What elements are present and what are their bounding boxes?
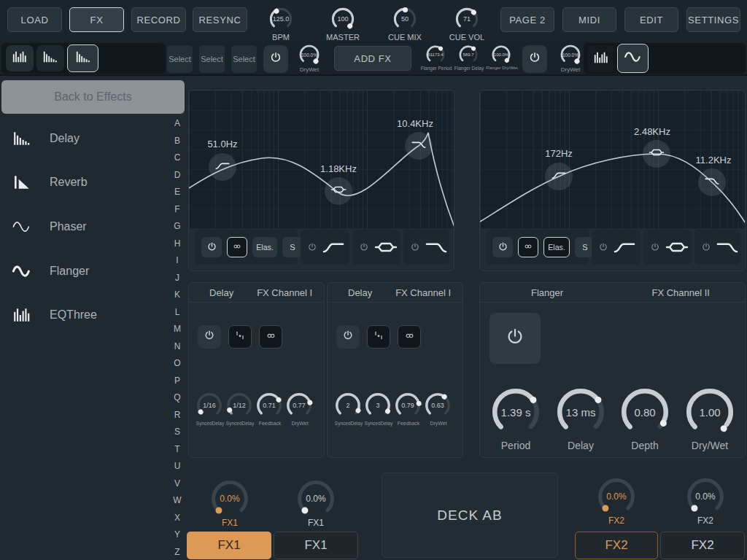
eq-display-left[interactable]: 51.0Hz 1.18KHz 10.4KHz Elas. S (188, 90, 454, 271)
alpha-letter[interactable]: L (175, 307, 180, 317)
power-icon[interactable] (307, 242, 317, 252)
alpha-letter[interactable]: E (174, 187, 180, 197)
synceddelay-knob-1[interactable]: 2 (334, 392, 362, 419)
fx-power-button-right[interactable] (522, 45, 547, 73)
eq-node-band[interactable] (643, 140, 670, 168)
eq-node-highshelf[interactable] (405, 132, 433, 160)
alpha-letter[interactable]: J (175, 273, 179, 283)
eq-elastic-button[interactable]: Elas. (252, 237, 277, 257)
resync-button[interactable]: RESYNC (193, 7, 247, 32)
fx-power-button-left[interactable] (263, 45, 288, 73)
cue-mix-knob[interactable]: 50 (392, 7, 417, 31)
sidebar-item-eqthree[interactable]: EQThree (12, 304, 97, 326)
eq-solo-button[interactable]: S (282, 237, 303, 257)
synceddelay-knob-2[interactable]: 3 (364, 392, 392, 419)
flanger-drywet-mini-knob[interactable]: 100.0% (491, 44, 511, 65)
alpha-letter[interactable]: T (174, 444, 179, 454)
sidebar-item-reverb[interactable]: Reverb (12, 171, 88, 193)
fx2-amount-knob-b[interactable]: 0.0% (685, 476, 726, 517)
fx1-amount-knob-a[interactable]: 0.0% (209, 478, 250, 519)
fx2-amount-knob-a[interactable]: 0.0% (596, 476, 637, 517)
alphabet-index[interactable]: ABCDEFGHIJKLMNOPQRSTUVWXYZ (169, 118, 185, 557)
load-button[interactable]: LOAD (7, 7, 62, 32)
alpha-letter[interactable]: K (174, 289, 180, 300)
fx-slot-delay-selected-button[interactable] (67, 44, 98, 72)
fx-button[interactable]: FX (69, 7, 124, 32)
feedback-knob[interactable]: 0.71 (255, 392, 283, 419)
add-fx-button[interactable]: ADD FX (334, 46, 411, 71)
sidebar-item-delay[interactable]: Delay (12, 128, 80, 149)
eq-power-button[interactable] (201, 237, 222, 257)
drywet-knob[interactable]: 0.77 (285, 392, 313, 419)
unit-power-button[interactable] (336, 325, 360, 349)
flanger-depth-knob[interactable]: 0.80 (619, 386, 671, 438)
band-filter-icon[interactable] (374, 240, 398, 254)
fx1-assign-button-a[interactable]: FX1 (187, 532, 271, 559)
fx-slot-eqthree-button[interactable] (6, 45, 34, 71)
alpha-letter[interactable]: S (174, 427, 180, 437)
page2-button[interactable]: PAGE 2 (500, 7, 554, 32)
fx2-assign-button-a[interactable]: FX2 (575, 532, 658, 559)
back-to-effects-button[interactable]: Back to Effects (1, 80, 185, 114)
bpm-knob[interactable]: 125.0 (268, 7, 293, 31)
flanger-period-knob[interactable]: 1.39 s (489, 386, 542, 438)
eq-node-band[interactable] (325, 177, 352, 205)
highshelf-filter-icon[interactable] (425, 241, 447, 254)
eq-node-highshelf[interactable] (698, 168, 726, 196)
flanger-drywet-knob[interactable]: 1.00 (684, 386, 736, 438)
alpha-letter[interactable]: R (174, 410, 181, 420)
flanger-delay-knob[interactable]: 13 ms (554, 386, 607, 438)
power-icon[interactable] (650, 242, 660, 252)
flanger-period-mini-knob[interactable]: 61173.4 (425, 44, 446, 65)
alpha-letter[interactable]: V (174, 478, 180, 489)
feedback-knob[interactable]: 0.79 (394, 392, 422, 419)
sync-link-button[interactable] (398, 325, 421, 349)
eq-node-lowshelf[interactable] (209, 153, 236, 181)
alpha-letter[interactable]: H (174, 238, 181, 249)
settings-button[interactable]: SETTINGS (686, 7, 740, 32)
synceddelay-knob-2[interactable]: 1/12 (225, 392, 253, 419)
alpha-letter[interactable]: P (174, 376, 180, 386)
alpha-letter[interactable]: I (176, 255, 178, 265)
lowshelf-filter-icon[interactable] (614, 241, 635, 254)
eq-elastic-button[interactable]: Elas. (543, 237, 570, 257)
alpha-letter[interactable]: O (174, 358, 180, 368)
sidebar-item-phaser[interactable]: Phaser (12, 216, 87, 238)
fx2-assign-button-b[interactable]: FX2 (660, 532, 745, 559)
synceddelay-knob-1[interactable]: 1/16 (196, 392, 223, 419)
drywet-knob-left[interactable]: 100.0% (298, 44, 320, 66)
alpha-letter[interactable]: M (174, 324, 181, 334)
fx1-amount-knob-b[interactable]: 0.0% (295, 478, 336, 519)
drywet-knob-right[interactable]: 100.0% (560, 44, 581, 66)
power-icon[interactable] (701, 242, 711, 252)
alpha-letter[interactable]: Z (174, 547, 179, 557)
fx-slot-delay-button[interactable] (36, 45, 64, 71)
alpha-letter[interactable]: Y (174, 529, 180, 540)
sync-link-button[interactable] (259, 325, 282, 349)
eq-link-button[interactable] (227, 237, 247, 257)
eq-power-button[interactable] (492, 237, 513, 257)
eq-display-right[interactable]: 172Hz 2.48KHz 11.2KHz Elas. S (479, 90, 746, 271)
power-icon[interactable] (598, 242, 608, 252)
flanger-delay-mini-knob[interactable]: 589.7 (458, 44, 479, 65)
alpha-letter[interactable]: B (174, 136, 180, 146)
lowshelf-filter-icon[interactable] (322, 241, 344, 254)
power-icon[interactable] (410, 242, 420, 252)
band-filter-icon[interactable] (665, 240, 689, 254)
alpha-letter[interactable]: W (173, 495, 181, 505)
alpha-letter[interactable]: D (174, 170, 181, 180)
fx1-assign-button-b[interactable]: FX1 (274, 532, 358, 559)
fx-slot2-eqthree-button[interactable] (587, 45, 614, 72)
deck-ab-button[interactable]: DECK AB (382, 472, 558, 558)
eq-link-button[interactable] (518, 237, 538, 257)
tap-tempo-button[interactable] (228, 325, 252, 349)
select-button-1[interactable]: Select (167, 45, 193, 73)
unit-power-button[interactable] (198, 325, 221, 349)
select-button-3[interactable]: Select (231, 45, 257, 73)
select-button-2[interactable]: Select (199, 45, 225, 73)
alpha-letter[interactable]: X (174, 513, 180, 523)
power-icon[interactable] (359, 242, 369, 252)
master-knob[interactable]: 100 (330, 7, 355, 31)
midi-button[interactable]: MIDI (562, 7, 616, 32)
tap-tempo-button[interactable] (367, 325, 390, 349)
